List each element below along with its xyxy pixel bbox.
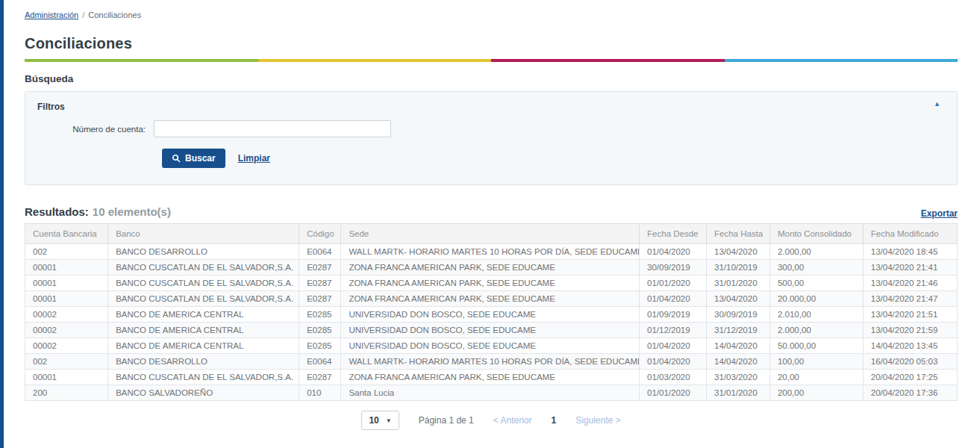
chevron-down-icon: ▼	[386, 417, 392, 424]
table-cell: UNIVERSIDAD DON BOSCO, SEDE EDUCAME	[341, 338, 640, 354]
table-row[interactable]: 00001BANCO CUSCATLAN DE EL SALVADOR,S.A.…	[25, 291, 958, 307]
table-cell: 01/03/2020	[640, 370, 707, 385]
rainbow-accent-bar	[25, 59, 958, 62]
column-header: Fecha Desde	[640, 224, 707, 244]
table-cell: 31/12/2019	[707, 323, 770, 338]
table-cell: 13/04/2020	[707, 244, 770, 260]
accent-segment-1	[258, 59, 492, 62]
table-cell: 14/04/2020	[707, 338, 770, 354]
table-cell: 01/09/2019	[640, 307, 707, 323]
pagination: 10 ▼ Página 1 de 1 < Anterior 1 Siguient…	[25, 411, 958, 430]
table-cell: BANCO CUSCATLAN DE EL SALVADOR,S.A.	[108, 291, 299, 307]
table-cell: 00001	[25, 276, 108, 291]
table-cell: 14/04/2020 13:45	[863, 338, 957, 354]
column-header: Código	[299, 224, 341, 244]
collapse-panel-icon[interactable]: ▲	[934, 101, 940, 108]
table-cell: 01/04/2020	[640, 291, 707, 307]
table-cell: 01/04/2020	[640, 338, 707, 354]
table-cell: Santa Lucia	[341, 385, 640, 401]
page-size-select[interactable]: 10 ▼	[361, 411, 399, 430]
left-accent-bar	[0, 0, 4, 448]
table-cell: BANCO DE AMERICA CENTRAL	[108, 323, 299, 338]
table-cell: 16/04/2020 05:03	[863, 354, 957, 370]
table-cell: 31/01/2020	[707, 276, 770, 291]
account-number-row: Número de cuenta:	[37, 120, 943, 137]
table-cell: 13/04/2020 21:59	[863, 323, 957, 338]
table-cell: 13/04/2020 21:51	[863, 307, 957, 323]
table-cell: E0285	[299, 323, 341, 338]
table-row[interactable]: 00001BANCO CUSCATLAN DE EL SALVADOR,S.A.…	[25, 260, 958, 276]
table-cell: 500,00	[770, 276, 863, 291]
table-cell: E0287	[299, 260, 341, 276]
breadcrumb-current: Conciliaciones	[88, 10, 141, 19]
column-header: Fecha Hasta	[707, 224, 770, 244]
filter-buttons-row: Buscar Limpiar	[162, 149, 943, 168]
table-cell: 13/04/2020 18:45	[863, 244, 957, 260]
page-info: Página 1 de 1	[419, 415, 474, 426]
buscar-button[interactable]: Buscar	[162, 149, 225, 168]
table-cell: 01/12/2019	[640, 323, 707, 338]
page-size-value: 10	[369, 415, 378, 426]
table-cell: BANCO DE AMERICA CENTRAL	[108, 338, 299, 354]
page-title: Conciliaciones	[25, 35, 958, 52]
table-cell: E0285	[299, 338, 341, 354]
table-cell: 00002	[25, 338, 108, 354]
breadcrumb-administracion-link[interactable]: Administración	[25, 10, 78, 19]
table-row[interactable]: 00002BANCO DE AMERICA CENTRALE0285UNIVER…	[25, 323, 958, 338]
table-cell: BANCO DESARROLLO	[108, 244, 299, 260]
filtros-title: Filtros	[37, 102, 943, 112]
table-cell: 20,00	[770, 370, 863, 385]
table-cell: WALL MARTK- HORARIO MARTES 10 HORAS POR …	[341, 354, 640, 370]
table-cell: BANCO CUSCATLAN DE EL SALVADOR,S.A.	[108, 276, 299, 291]
results-summary: Resultados:10 elemento(s)	[25, 205, 171, 219]
account-number-input[interactable]	[154, 120, 391, 137]
table-row[interactable]: 002BANCO DESARROLLOE0064WALL MARTK- HORA…	[25, 244, 958, 260]
table-cell: 00002	[25, 323, 108, 338]
table-cell: 13/04/2020	[707, 291, 770, 307]
column-header: Sede	[341, 224, 640, 244]
table-row[interactable]: 00002BANCO DE AMERICA CENTRALE0285UNIVER…	[25, 307, 958, 323]
table-row[interactable]: 00002BANCO DE AMERICA CENTRALE0285UNIVER…	[25, 338, 958, 354]
table-cell: 30/09/2019	[640, 260, 707, 276]
table-cell: 50.000,00	[770, 338, 863, 354]
table-cell: 010	[299, 385, 341, 401]
table-cell: E0287	[299, 370, 341, 385]
table-row[interactable]: 002BANCO DESARROLLOE0064WALL MARTK- HORA…	[25, 354, 958, 370]
breadcrumb: Administración/Conciliaciones	[25, 10, 958, 19]
column-header: Monto Consolidado	[770, 224, 863, 244]
table-cell: BANCO DE AMERICA CENTRAL	[108, 307, 299, 323]
table-cell: 00001	[25, 291, 108, 307]
table-cell: 300,00	[770, 260, 863, 276]
table-row[interactable]: 00001BANCO CUSCATLAN DE EL SALVADOR,S.A.…	[25, 370, 958, 385]
table-cell: 002	[25, 354, 108, 370]
table-cell: E0064	[299, 354, 341, 370]
results-table-head: Cuenta BancariaBancoCódigoSedeFecha Desd…	[25, 224, 958, 244]
table-row[interactable]: 200BANCO SALVADOREÑO010Santa Lucia01/01/…	[25, 385, 958, 401]
exportar-link[interactable]: Exportar	[921, 208, 958, 219]
column-header: Cuenta Bancaria	[25, 224, 108, 244]
siguiente-link[interactable]: Siguiente >	[575, 415, 620, 426]
table-cell: 31/01/2020	[707, 385, 770, 401]
table-cell: 30/09/2019	[707, 307, 770, 323]
current-page[interactable]: 1	[551, 415, 556, 426]
table-cell: BANCO SALVADOREÑO	[108, 385, 299, 401]
anterior-link[interactable]: < Anterior	[493, 415, 532, 426]
table-cell: 00001	[25, 370, 108, 385]
table-cell: 100,00	[770, 354, 863, 370]
table-cell: 20/04/2020 17:25	[863, 370, 957, 385]
busqueda-heading: Búsqueda	[25, 73, 958, 84]
table-header-row: Cuenta BancariaBancoCódigoSedeFecha Desd…	[25, 224, 958, 244]
table-cell: ZONA FRANCA AMERICAN PARK, SEDE EDUCAME	[341, 370, 640, 385]
limpiar-link[interactable]: Limpiar	[238, 153, 270, 164]
table-row[interactable]: 00001BANCO CUSCATLAN DE EL SALVADOR,S.A.…	[25, 276, 958, 291]
table-cell: UNIVERSIDAD DON BOSCO, SEDE EDUCAME	[341, 323, 640, 338]
results-count: 10 elemento(s)	[93, 205, 171, 218]
table-cell: 20.000,00	[770, 291, 863, 307]
results-bar: Resultados:10 elemento(s) Exportar	[25, 205, 958, 219]
column-header: Banco	[108, 224, 299, 244]
results-table: Cuenta BancariaBancoCódigoSedeFecha Desd…	[25, 223, 958, 401]
table-cell: BANCO DESARROLLO	[108, 354, 299, 370]
table-cell: 00001	[25, 260, 108, 276]
table-cell: 01/04/2020	[640, 244, 707, 260]
table-cell: 2.010,00	[770, 307, 863, 323]
